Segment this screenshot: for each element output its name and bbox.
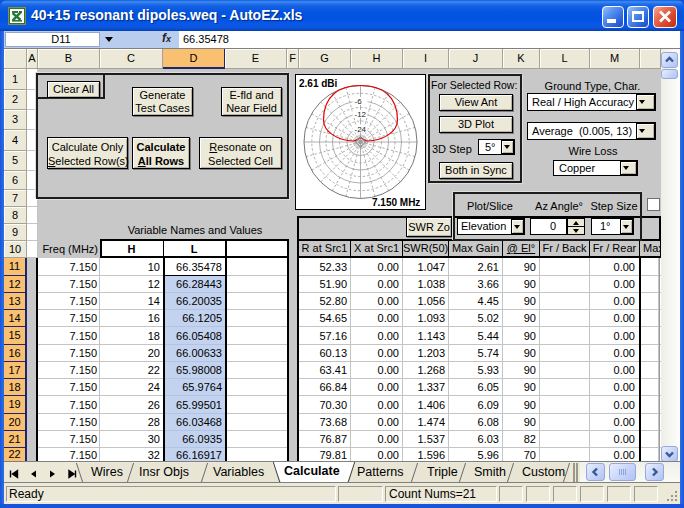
- svg-text:-6: -6: [355, 97, 363, 106]
- svg-text:-24: -24: [355, 125, 367, 134]
- svg-text:-12: -12: [355, 110, 367, 119]
